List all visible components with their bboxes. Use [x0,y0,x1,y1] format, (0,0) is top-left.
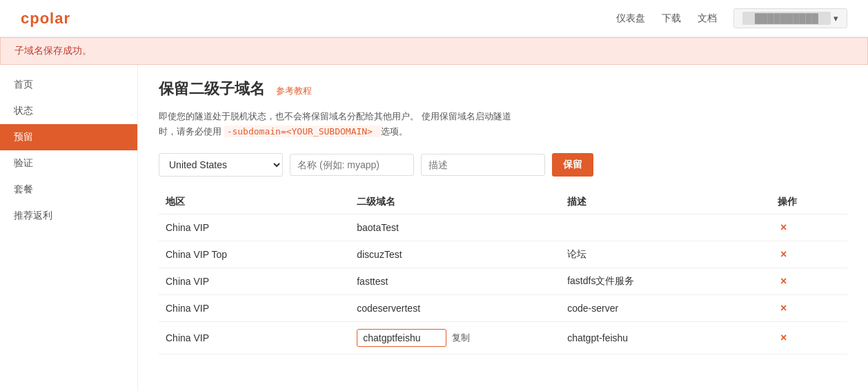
save-button[interactable]: 保留 [552,153,593,177]
logo: cpolar [21,10,70,28]
row2-action: × [771,241,847,268]
row1-action: × [771,214,847,241]
sidebar-item-status[interactable]: 状态 [0,98,137,124]
page-header: 保留二级子域名 参考教程 [159,79,847,99]
success-alert: 子域名保存成功。 [0,37,868,65]
header-nav: 仪表盘 下载 文档 ██████████ ▾ [616,8,847,28]
row1-subdomain: baotaTest [350,214,560,241]
row3-action: × [771,268,847,295]
subdomain-edit-input[interactable] [357,329,446,347]
subdomain-table: 地区 二级域名 描述 操作 China VIP baotaTest × [159,190,847,354]
row4-action: × [771,295,847,322]
page-description: 即使您的隧道处于脱机状态，也不会将保留域名分配给其他用户。 使用保留域名启动隧道… [159,109,847,139]
delete-button-4[interactable]: × [778,302,789,314]
table-row: China VIP fasttest fastdfs文件服务 × [159,268,847,295]
reserve-form: United States China Japan 保留 [159,153,847,177]
sidebar-item-reserve[interactable]: 预留 [0,124,137,150]
page-title: 保留二级子域名 [159,79,265,99]
col-header-desc: 描述 [560,190,771,214]
user-menu-button[interactable]: ██████████ ▾ [733,8,847,28]
row4-region: China VIP [159,295,350,322]
row5-region: China VIP [159,322,350,354]
logo-text: cpolar [21,10,70,27]
row5-desc: chatgpt-feishu [560,322,771,354]
main-layout: 首页 状态 预留 验证 套餐 推荐返利 保留二级子域名 参考教程 即使您的隧道处… [0,65,868,391]
region-select[interactable]: United States China Japan [159,153,283,177]
row3-region: China VIP [159,268,350,295]
subdomain-edit-cell: 复制 [357,329,553,347]
copy-button-5[interactable]: 复制 [452,332,470,344]
desc-text-3: 选项。 [381,126,408,137]
row1-desc [560,214,771,241]
col-header-action: 操作 [771,190,847,214]
row3-subdomain: fasttest [350,268,560,295]
alert-message: 子域名保存成功。 [14,45,92,56]
nav-docs[interactable]: 文档 [698,12,717,25]
row2-desc: 论坛 [560,241,771,268]
subdomain-name-input[interactable] [290,154,414,176]
row2-region: China VIP Top [159,241,350,268]
table-row: China VIP 复制 chatgpt-feishu × [159,322,847,354]
table-row: China VIP Top discuzTest 论坛 × [159,241,847,268]
sidebar-item-verify[interactable]: 验证 [0,150,137,177]
user-dropdown-icon: ▾ [834,13,838,23]
delete-button-2[interactable]: × [778,248,789,261]
nav-dashboard[interactable]: 仪表盘 [616,12,645,25]
col-header-region: 地区 [159,190,350,214]
desc-text-2: 时，请务必使用 [159,126,221,137]
sidebar: 首页 状态 预留 验证 套餐 推荐返利 [0,65,138,391]
row4-desc: code-server [560,295,771,322]
row5-action: × [771,322,847,354]
sidebar-item-plan[interactable]: 套餐 [0,177,137,203]
row5-subdomain: 复制 [350,322,560,354]
row2-subdomain: discuzTest [350,241,560,268]
table-row: China VIP codeservertest code-server × [159,295,847,322]
header: cpolar 仪表盘 下载 文档 ██████████ ▾ [0,0,868,37]
row1-region: China VIP [159,214,350,241]
nav-download[interactable]: 下载 [662,12,681,25]
delete-button-1[interactable]: × [778,221,789,234]
sidebar-item-home[interactable]: 首页 [0,72,137,98]
desc-text-1: 即使您的隧道处于脱机状态，也不会将保留域名分配给其他用户。 使用保留域名启动隧道 [159,111,511,121]
table-header: 地区 二级域名 描述 操作 [159,190,847,214]
col-header-subdomain: 二级域名 [350,190,560,214]
delete-button-3[interactable]: × [778,275,789,288]
row4-subdomain: codeservertest [350,295,560,322]
table-row: China VIP baotaTest × [159,214,847,241]
sidebar-item-referral[interactable]: 推荐返利 [0,203,137,229]
content-area: 保留二级子域名 参考教程 即使您的隧道处于脱机状态，也不会将保留域名分配给其他用… [138,65,868,391]
table-body: China VIP baotaTest × China VIP Top disc… [159,214,847,354]
subdomain-desc-input[interactable] [421,154,545,176]
ref-link[interactable]: 参考教程 [276,85,312,97]
row3-desc: fastdfs文件服务 [560,268,771,295]
delete-button-5[interactable]: × [778,332,789,344]
user-label: ██████████ [742,12,831,25]
desc-code: -subdomain=<YOUR_SUBDOMAIN> [224,126,381,137]
